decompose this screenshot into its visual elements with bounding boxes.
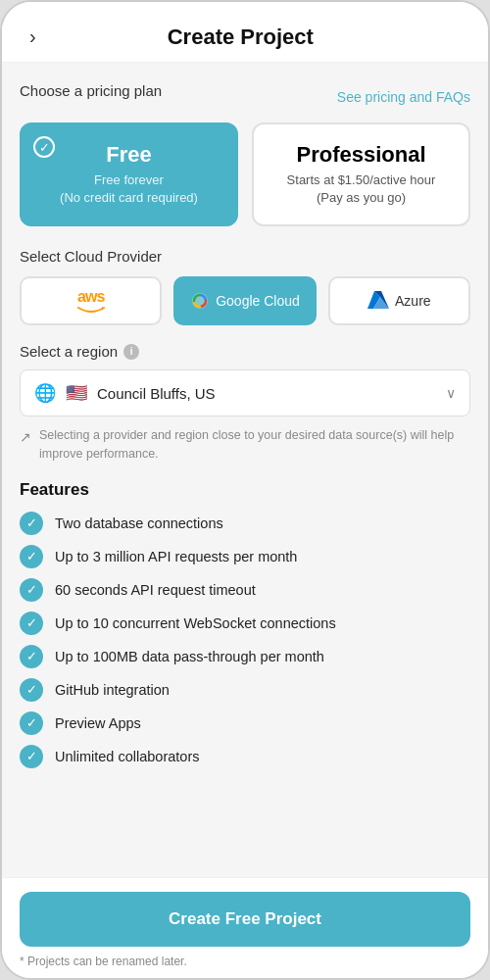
feature-text: 60 seconds API request timeout [55, 582, 256, 598]
footer-note: * Projects can be renamed later. [20, 955, 470, 968]
region-section: Select a region i 🌐 🇺🇸 Council Bluffs, U… [20, 343, 470, 462]
feature-item: ✓ GitHub integration [20, 678, 470, 702]
feature-item: ✓ Up to 100MB data pass-through per mont… [20, 645, 470, 668]
feature-check-icon: ✓ [20, 545, 43, 568]
region-hint: ↗ Selecting a provider and region close … [20, 426, 470, 462]
region-info-icon[interactable]: i [123, 344, 139, 360]
cloud-provider-section: Select Cloud Provider aws [20, 248, 470, 325]
region-section-label: Select a region [20, 343, 118, 360]
feature-check-icon: ✓ [20, 678, 43, 702]
gcloud-logo-icon [190, 291, 210, 311]
region-flag-icon: 🇺🇸 [66, 382, 87, 404]
plan-free-desc: Free forever (No credit card required) [60, 172, 198, 207]
feature-item: ✓ Preview Apps [20, 711, 470, 735]
feature-check-icon: ✓ [20, 512, 43, 535]
pricing-plans: ✓ Free Free forever (No credit card requ… [20, 122, 470, 226]
cloud-section-label: Select Cloud Provider [20, 248, 470, 265]
feature-check-icon: ✓ [20, 612, 43, 635]
feature-check-icon: ✓ [20, 645, 43, 668]
region-globe-icon: 🌐 [34, 382, 56, 404]
plan-free-name: Free [106, 142, 151, 168]
feature-check-icon: ✓ [20, 745, 43, 768]
cloud-providers: aws [20, 276, 470, 325]
region-name: Council Bluffs, US [97, 385, 436, 402]
azure-svg-icon [368, 291, 389, 309]
aws-smile-icon [76, 306, 106, 314]
pricing-header: Choose a pricing plan See pricing and FA… [20, 82, 470, 111]
region-label-row: Select a region i [20, 343, 470, 360]
feature-item: ✓ Up to 10 concurrent WebSocket connecti… [20, 612, 470, 635]
see-pricing-link[interactable]: See pricing and FAQs [337, 89, 470, 105]
aws-text-icon: aws [77, 288, 104, 306]
feature-check-icon: ✓ [20, 578, 43, 602]
back-button[interactable]: › [22, 22, 44, 52]
plan-free[interactable]: ✓ Free Free forever (No credit card requ… [20, 122, 238, 226]
feature-text: Unlimited collaborators [55, 749, 199, 764]
plan-pro-name: Professional [296, 142, 425, 168]
region-dropdown[interactable]: 🌐 🇺🇸 Council Bluffs, US ∨ [20, 369, 470, 416]
plan-professional[interactable]: Professional Starts at $1.50/active hour… [252, 122, 470, 226]
pricing-section-label: Choose a pricing plan [20, 82, 162, 99]
region-hint-icon: ↗ [20, 427, 31, 447]
features-list: ✓ Two database connections ✓ Up to 3 mil… [20, 512, 470, 768]
feature-text: Two database connections [55, 515, 223, 531]
gcloud-svg-icon [190, 291, 210, 311]
region-chevron-icon: ∨ [446, 385, 456, 401]
feature-item: ✓ Up to 3 million API requests per month [20, 545, 470, 568]
feature-check-icon: ✓ [20, 711, 43, 735]
provider-aws[interactable]: aws [20, 276, 162, 325]
main-content: Choose a pricing plan See pricing and FA… [2, 63, 488, 877]
header: › Create Project [2, 2, 488, 63]
feature-item: ✓ Two database connections [20, 512, 470, 535]
azure-label: Azure [395, 293, 431, 309]
plan-pro-desc: Starts at $1.50/active hour (Pay as you … [287, 172, 436, 207]
feature-text: Up to 100MB data pass-through per month [55, 649, 324, 664]
features-section: Features ✓ Two database connections ✓ Up… [20, 480, 470, 768]
gcloud-label: Google Cloud [216, 293, 300, 309]
plan-free-check-icon: ✓ [33, 136, 55, 158]
page-title: Create Project [44, 24, 437, 50]
region-hint-text: Selecting a provider and region close to… [39, 426, 470, 462]
create-project-button[interactable]: Create Free Project [20, 892, 470, 947]
feature-text: Up to 10 concurrent WebSocket connection… [55, 615, 336, 631]
feature-text: GitHub integration [55, 682, 170, 698]
provider-azure[interactable]: Azure [328, 276, 470, 325]
footer: Create Free Project * Projects can be re… [2, 877, 488, 978]
feature-item: ✓ Unlimited collaborators [20, 745, 470, 768]
feature-item: ✓ 60 seconds API request timeout [20, 578, 470, 602]
provider-gcloud[interactable]: Google Cloud [173, 276, 316, 325]
feature-text: Up to 3 million API requests per month [55, 549, 297, 564]
feature-text: Preview Apps [55, 715, 141, 731]
aws-logo: aws [76, 288, 106, 314]
features-title: Features [20, 480, 470, 500]
phone-frame: › Create Project Choose a pricing plan S… [0, 0, 490, 980]
azure-logo-icon [368, 291, 389, 312]
